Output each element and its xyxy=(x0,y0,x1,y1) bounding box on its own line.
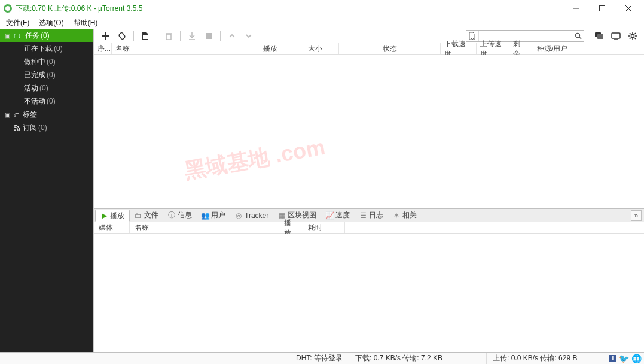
search-button[interactable] xyxy=(573,31,584,41)
col-play[interactable]: 播放 xyxy=(249,43,291,54)
app-logo-icon xyxy=(4,4,12,13)
sidebar-item-labels[interactable]: ▣ 🏷 标签 xyxy=(0,108,93,121)
tab-tracker[interactable]: ◎ Tracker xyxy=(230,210,273,222)
status-bar: DHT: 等待登录 下载: 0.7 KB/s 传输: 7.2 KB 上传: 0.… xyxy=(0,352,644,364)
remote-button[interactable] xyxy=(608,29,624,43)
sidebar-item-tasks[interactable]: ▣ 任务 (0) xyxy=(0,29,93,42)
dcol-media[interactable]: 媒体 xyxy=(94,222,130,233)
toolbar xyxy=(94,29,644,43)
sidebar-downloading-label: 正在下载 xyxy=(24,44,53,54)
tab-info[interactable]: ⓘ 信息 xyxy=(163,210,197,222)
status-dht[interactable]: DHT: 等待登录 xyxy=(2,353,349,364)
torrent-list-header: 序... 名称 播放 大小 状态 下载速度 上传速度 剩余... 种源/用户 xyxy=(94,43,644,55)
gear-icon xyxy=(628,32,637,40)
sidebar-inactive-label: 不活动 xyxy=(24,96,45,107)
detail-list[interactable] xyxy=(94,234,644,352)
tab-files[interactable]: 🗀 文件 xyxy=(130,210,163,222)
stop-icon xyxy=(205,32,212,40)
log-icon: ☰ xyxy=(359,212,367,219)
tab-peers[interactable]: 👥 用户 xyxy=(197,210,230,222)
toolbar-separator xyxy=(157,31,157,41)
sidebar-item-downloading[interactable]: 正在下载 (0) xyxy=(0,42,93,55)
menu-help[interactable]: 帮助(H) xyxy=(69,17,103,29)
svg-point-10 xyxy=(576,33,580,37)
dcol-name[interactable]: 名称 xyxy=(130,222,279,233)
menu-file[interactable]: 文件(F) xyxy=(1,17,34,29)
transfer-arrows-icon xyxy=(13,32,23,39)
status-upload[interactable]: 上传: 0.0 KB/s 传输: 629 B xyxy=(486,353,606,364)
col-size[interactable]: 大小 xyxy=(291,43,339,54)
add-torrent-button[interactable] xyxy=(97,29,113,43)
start-button[interactable] xyxy=(184,29,200,43)
maximize-button[interactable] xyxy=(589,0,615,17)
search-icon xyxy=(575,32,582,40)
col-status[interactable]: 状态 xyxy=(339,43,441,54)
download-arrow-icon xyxy=(188,32,196,40)
sidebar: ▣ 任务 (0) 正在下载 (0) 做种中 (0) 已完成 (0) 活动 (0)… xyxy=(0,29,93,352)
tab-files-label: 文件 xyxy=(144,210,158,220)
monitor-icon xyxy=(611,32,621,40)
facebook-icon[interactable]: f xyxy=(609,355,616,362)
panel-toggle-button[interactable]: » xyxy=(631,210,642,221)
col-up-speed[interactable]: 上传速度 xyxy=(477,43,509,54)
tab-peers-label: 用户 xyxy=(211,210,225,220)
minimize-icon xyxy=(573,5,579,11)
chevron-down-icon xyxy=(245,32,252,40)
toolbar-separator xyxy=(133,31,134,41)
settings-button[interactable] xyxy=(625,29,640,43)
sidebar-item-completed[interactable]: 已完成 (0) xyxy=(0,68,93,81)
globe-icon[interactable]: 🌐 xyxy=(631,354,642,363)
dcol-play[interactable]: 播放 xyxy=(279,222,303,233)
main-area: ▣ 任务 (0) 正在下载 (0) 做种中 (0) 已完成 (0) 活动 (0)… xyxy=(0,29,644,352)
tab-related[interactable]: ✶ 相关 xyxy=(388,210,422,222)
dcol-duration[interactable]: 耗时 xyxy=(303,222,345,233)
col-name[interactable]: 名称 xyxy=(112,43,249,54)
collapse-icon: ▣ xyxy=(4,111,11,118)
chat-button[interactable] xyxy=(591,29,607,43)
torrent-list[interactable]: 黑域基地 .com xyxy=(94,55,644,208)
svg-line-22 xyxy=(634,38,636,39)
sidebar-inactive-count: (0) xyxy=(47,97,56,105)
create-torrent-button[interactable] xyxy=(138,29,153,43)
peers-icon: 👥 xyxy=(202,212,209,219)
col-down-speed[interactable]: 下载速度 xyxy=(441,43,477,54)
toolbar-separator xyxy=(220,31,221,41)
collapse-icon: ▣ xyxy=(4,32,11,39)
sidebar-item-active[interactable]: 活动 (0) xyxy=(0,81,93,95)
detail-list-header: 媒体 名称 播放 耗时 xyxy=(94,222,644,234)
tracker-icon: ◎ xyxy=(235,212,242,219)
sidebar-active-count: (0) xyxy=(39,84,48,92)
col-remaining[interactable]: 剩余... xyxy=(509,43,533,54)
content-area: 序... 名称 播放 大小 状态 下载速度 上传速度 剩余... 种源/用户 黑… xyxy=(93,29,644,352)
sidebar-item-inactive[interactable]: 不活动 (0) xyxy=(0,95,93,108)
sidebar-item-seeding[interactable]: 做种中 (0) xyxy=(0,55,93,68)
tab-log[interactable]: ☰ 日志 xyxy=(355,210,388,222)
sidebar-feeds-count: (0) xyxy=(38,123,47,132)
link-icon xyxy=(118,32,126,40)
chat-icon xyxy=(594,32,604,40)
twitter-icon[interactable]: 🐦 xyxy=(619,354,629,363)
col-index[interactable]: 序... xyxy=(94,43,112,54)
add-url-button[interactable] xyxy=(114,29,130,43)
chevron-up-icon xyxy=(228,32,236,40)
status-download[interactable]: 下载: 0.7 KB/s 传输: 7.2 KB xyxy=(349,353,486,364)
plus-icon xyxy=(101,32,109,40)
double-chevron-icon: » xyxy=(634,211,639,220)
move-up-button[interactable] xyxy=(224,29,240,43)
move-down-button[interactable] xyxy=(241,29,257,43)
svg-line-24 xyxy=(630,38,631,39)
tab-play[interactable]: ▶ 播放 xyxy=(95,210,130,222)
info-icon: ⓘ xyxy=(168,212,175,219)
sidebar-tasks-label: 任务 xyxy=(25,31,39,41)
close-button[interactable] xyxy=(615,0,642,17)
stop-button[interactable] xyxy=(201,29,216,43)
sidebar-item-feeds[interactable]: 订阅 (0) xyxy=(0,121,93,134)
menu-options[interactable]: 选项(O) xyxy=(34,17,68,29)
remove-button[interactable] xyxy=(161,29,176,43)
window-title: 下载:0.70 K 上传:0.06 K - µTorrent 3.5.5 xyxy=(16,4,142,14)
svg-rect-7 xyxy=(166,34,171,40)
tab-speed[interactable]: 📈 速度 xyxy=(321,210,355,222)
minimize-button[interactable] xyxy=(563,0,589,17)
sidebar-seeding-count: (0) xyxy=(47,57,56,66)
col-seeds-peers[interactable]: 种源/用户 xyxy=(533,43,581,54)
